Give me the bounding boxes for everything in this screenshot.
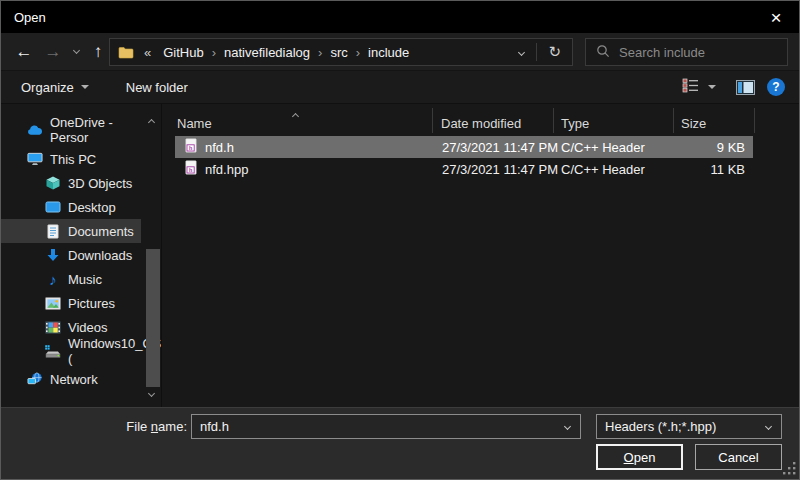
breadcrumb-segment[interactable]: include — [361, 45, 416, 60]
sidebar-item-desktop[interactable]: Desktop — [1, 195, 141, 219]
file-name-combobox[interactable]: nfd.h — [191, 414, 581, 439]
close-button[interactable]: × — [753, 1, 799, 33]
column-header-name[interactable]: Name — [177, 116, 212, 131]
chevron-down-icon — [766, 424, 771, 429]
sidebar-item-label: This PC — [50, 152, 96, 167]
column-divider[interactable] — [553, 108, 554, 133]
header-file-icon: h — [185, 138, 197, 156]
command-bar-right-group: ? — [682, 78, 785, 96]
folder-icon — [118, 46, 134, 59]
column-divider[interactable] — [432, 108, 433, 133]
sidebar-item-documents[interactable]: Documents — [1, 219, 141, 243]
column-divider[interactable] — [754, 108, 755, 133]
refresh-icon: ↻ — [548, 43, 561, 60]
file-size: 9 KB — [701, 140, 753, 155]
sidebar-item-windows10-os[interactable]: Windows10_OS ( — [1, 339, 141, 363]
column-divider[interactable] — [673, 108, 674, 133]
cancel-button[interactable]: Cancel — [695, 444, 782, 470]
chevron-down-icon — [518, 48, 525, 55]
resize-grip[interactable] — [782, 461, 797, 479]
onedrive-cloud-icon — [27, 125, 43, 136]
scroll-up-button[interactable] — [149, 113, 154, 128]
network-globe-icon — [27, 372, 43, 386]
address-dropdown-button[interactable] — [507, 50, 536, 55]
cube-3d-icon — [45, 176, 61, 190]
file-type: C/C++ Header — [561, 140, 701, 155]
file-name-label: File name: — [101, 419, 187, 434]
sidebar-item-label: Music — [68, 272, 102, 287]
new-folder-button[interactable]: New folder — [126, 80, 188, 95]
sidebar-item-pictures[interactable]: Pictures — [1, 291, 141, 315]
chevron-down-icon — [565, 424, 570, 429]
sidebar-item-downloads[interactable]: Downloads — [1, 243, 141, 267]
dialog-footer: File name: nfd.h Headers (*.h;*.hpp) Ope… — [1, 407, 799, 480]
sidebar-item-label: Documents — [68, 224, 134, 239]
chevron-up-icon — [148, 119, 155, 126]
back-button[interactable]: ← — [9, 33, 39, 70]
file-size: 11 KB — [701, 162, 753, 177]
breadcrumb-segment[interactable]: nativefiledialog — [217, 45, 317, 60]
file-name: nfd.h — [205, 140, 234, 155]
breadcrumb-segment[interactable]: GitHub — [156, 45, 210, 60]
forward-icon: → — [45, 42, 62, 62]
file-rows: h nfd.h 27/3/2021 11:47 PM C/C++ Header … — [175, 136, 753, 180]
file-date-modified: 27/3/2021 11:47 PM — [442, 140, 561, 155]
sidebar-item-music[interactable]: ♪ Music — [1, 267, 141, 291]
file-date-modified: 27/3/2021 11:47 PM — [442, 162, 561, 177]
file-name-value[interactable]: nfd.h — [200, 419, 565, 434]
up-button[interactable]: ↑ — [85, 33, 111, 70]
organize-button[interactable]: Organize — [21, 80, 89, 95]
sidebar-item-onedrive[interactable]: OneDrive - Persor — [1, 118, 141, 142]
sidebar-item-label: Videos — [68, 320, 108, 335]
search-input[interactable] — [619, 45, 795, 60]
search-box[interactable] — [585, 38, 788, 66]
sidebar-item-label: 3D Objects — [68, 176, 132, 191]
sort-ascending-icon — [293, 107, 298, 122]
file-name: nfd.hpp — [205, 162, 248, 177]
breadcrumb-segment[interactable]: src — [323, 45, 354, 60]
scroll-down-button[interactable] — [149, 384, 154, 399]
sidebar-item-network[interactable]: Network — [1, 367, 141, 391]
file-row-nfd-h[interactable]: h nfd.h 27/3/2021 11:47 PM C/C++ Header … — [175, 136, 753, 158]
navigation-pane: OneDrive - Persor This PC — [1, 104, 162, 407]
forward-button[interactable]: → — [39, 33, 67, 70]
navigation-toolbar: ← → ↑ « GitHub › nativefiledialog › src … — [1, 33, 799, 71]
file-type: C/C++ Header — [561, 162, 701, 177]
file-list: Name Date modified Type Size — [163, 104, 799, 407]
desktop-icon — [45, 201, 61, 213]
close-icon: × — [770, 8, 781, 27]
back-icon: ← — [16, 42, 33, 62]
preview-pane-button[interactable] — [736, 80, 755, 95]
scrollbar-thumb[interactable] — [146, 249, 160, 387]
file-type-combobox[interactable]: Headers (*.h;*.hpp) — [596, 414, 782, 439]
cancel-label: Cancel — [718, 450, 758, 465]
file-type-value: Headers (*.h;*.hpp) — [605, 419, 766, 434]
caret-down-icon — [708, 85, 716, 89]
music-note-icon: ♪ — [45, 272, 61, 287]
header-file-icon: h — [185, 160, 197, 178]
command-bar: Organize New folder — [1, 71, 799, 104]
column-header-type[interactable]: Type — [561, 116, 589, 131]
column-headers: Name Date modified Type Size — [163, 104, 799, 135]
column-header-date-modified[interactable]: Date modified — [441, 116, 521, 131]
help-icon: ? — [772, 80, 779, 94]
column-header-size[interactable]: Size — [681, 116, 706, 131]
document-icon — [45, 224, 61, 239]
chevron-down-icon — [148, 390, 155, 397]
search-icon — [596, 44, 610, 61]
sidebar-item-this-pc[interactable]: This PC — [1, 147, 141, 171]
open-button[interactable]: Open — [596, 444, 683, 470]
sidebar-item-label: Downloads — [68, 248, 132, 263]
file-row-nfd-hpp[interactable]: h nfd.hpp 27/3/2021 11:47 PM C/C++ Heade… — [175, 158, 753, 180]
refresh-button[interactable]: ↻ — [537, 43, 572, 61]
recent-locations-button[interactable] — [67, 33, 85, 70]
sidebar-scrollbar[interactable] — [145, 104, 161, 407]
sidebar-item-3d-objects[interactable]: 3D Objects — [1, 171, 141, 195]
breadcrumb-overflow-icon[interactable]: « — [139, 45, 156, 60]
change-view-button[interactable] — [682, 78, 716, 96]
details-view-icon — [682, 78, 700, 96]
caret-down-icon — [81, 85, 89, 89]
sidebar-item-label: Pictures — [68, 296, 115, 311]
help-button[interactable]: ? — [767, 78, 785, 96]
address-bar[interactable]: « GitHub › nativefiledialog › src › incl… — [109, 38, 573, 66]
